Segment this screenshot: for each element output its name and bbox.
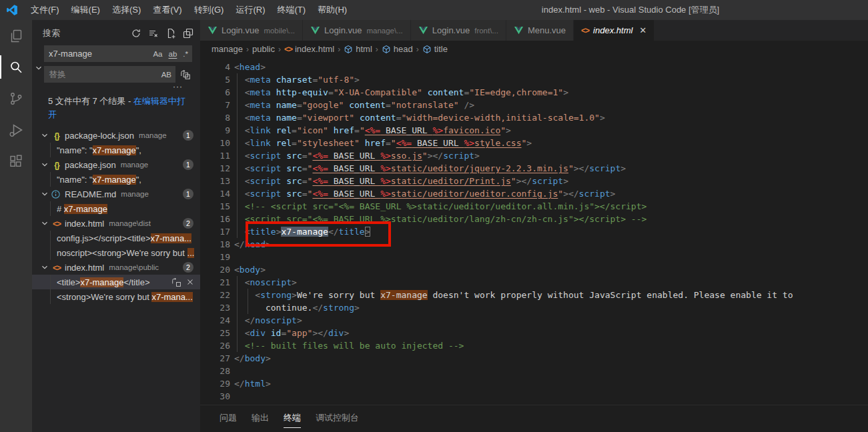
panel-tab-问题[interactable]: 问题 — [212, 405, 244, 432]
line-number: 18 — [200, 238, 230, 251]
code-line[interactable]: 22 <strong>We're sorry but x7-manage doe… — [200, 289, 868, 301]
toggle-replace-button[interactable] — [33, 45, 44, 91]
menu-item[interactable]: 帮助(H) — [312, 0, 353, 20]
match-text: # x7-manage — [57, 204, 200, 214]
breadcrumb-item[interactable]: manage — [211, 44, 243, 54]
breadcrumb-item[interactable]: public — [252, 44, 275, 54]
result-file-name: index.html — [65, 219, 104, 229]
editor-tab-login-vue[interactable]: Login.vuefront\... — [411, 20, 506, 41]
code-line[interactable]: 11 <script src="<%= BASE_URL %>sso.js"><… — [200, 149, 868, 162]
panel-tab-终端[interactable]: 终端 — [276, 405, 308, 432]
match-case-toggle[interactable]: Aa — [151, 49, 163, 59]
dismiss-match-button[interactable] — [185, 277, 195, 287]
editor-tab-login-vue[interactable]: Login.vuemanage\... — [303, 20, 411, 41]
replace-match-button[interactable] — [171, 277, 181, 287]
code-line[interactable]: 4<head> — [200, 61, 868, 73]
open-in-editor-button[interactable] — [181, 27, 195, 40]
code-line[interactable]: 28 — [200, 365, 868, 377]
editor-tab-login-vue[interactable]: Login.vuemobile\... — [200, 20, 303, 41]
code-line[interactable]: 27</body> — [200, 352, 868, 365]
code-line[interactable]: 26 <!-- built files will be auto injecte… — [200, 339, 868, 352]
result-file-row[interactable]: <>index.htmlmanage\dist2 — [32, 216, 200, 231]
panel-tab-调试控制台[interactable]: 调试控制台 — [308, 405, 366, 432]
code-line[interactable]: 5 <meta charset="utf-8"> — [200, 73, 868, 86]
activity-item-explorer[interactable] — [0, 20, 32, 51]
result-match-row[interactable]: # x7-manage — [32, 201, 200, 216]
result-file-row[interactable]: {}package.jsonmanage1 — [32, 157, 200, 172]
replace-all-button[interactable] — [179, 68, 192, 81]
breadcrumb-item[interactable]: html — [344, 44, 372, 54]
menu-item[interactable]: 转到(G) — [188, 0, 230, 20]
line-number: 5 — [200, 73, 230, 86]
code-line[interactable]: 10 <link rel="stylesheet" href="<%= BASE… — [200, 137, 868, 149]
breadcrumb-item[interactable]: head — [382, 44, 413, 54]
activity-item-search[interactable] — [0, 51, 32, 83]
result-file-row[interactable]: {}package-lock.jsonmanage1 — [32, 128, 200, 143]
activity-item-run-debug[interactable] — [0, 114, 32, 145]
regex-toggle[interactable]: .* — [181, 49, 189, 59]
new-search-editor-button[interactable] — [164, 27, 177, 40]
breadcrumb-item[interactable]: <>index.html — [284, 44, 334, 54]
breadcrumb-label: html — [356, 44, 372, 54]
result-match-row[interactable]: config.js></script><title>x7-mana... — [32, 231, 200, 245]
editor-tab-menu-vue[interactable]: Menu.vue — [506, 20, 574, 41]
menu-item[interactable]: 运行(R) — [230, 0, 271, 20]
panel-tab-输出[interactable]: 输出 — [244, 405, 276, 432]
result-match-row[interactable]: "name": "x7-manage", — [32, 172, 200, 187]
menu-item[interactable]: 文件(F) — [25, 0, 65, 20]
code-text: <body> — [234, 263, 266, 276]
code-line[interactable]: 20<body> — [200, 263, 868, 276]
match-text: "name": "x7-manage", — [57, 145, 200, 155]
breadcrumb-item[interactable]: title — [422, 44, 448, 54]
result-file-row[interactable]: <>index.htmlmanage\public2 — [32, 260, 200, 275]
more-actions-button[interactable]: ··· — [44, 84, 192, 91]
refresh-button[interactable] — [129, 27, 143, 40]
code-line[interactable]: 23 continue.</strong> — [200, 301, 868, 314]
line-number: 7 — [200, 99, 230, 111]
result-match-row[interactable]: <strong>We're sorry but x7-mana... — [32, 289, 200, 304]
refresh-icon — [131, 28, 141, 39]
code-editor[interactable]: 4<head>5 <meta charset="utf-8">6 <meta h… — [200, 57, 868, 405]
preserve-case-toggle[interactable]: AB — [160, 70, 173, 79]
code-line[interactable]: 15 <!-- <script src="<%= BASE_URL %>stat… — [200, 200, 868, 213]
editor-tab-index-html[interactable]: <>index.html✕ — [574, 20, 655, 41]
result-match-row[interactable]: <title>x7-manage</title> — [32, 275, 200, 289]
code-line[interactable]: 30 — [200, 390, 868, 403]
menu-item[interactable]: 终端(T) — [271, 0, 312, 20]
code-line[interactable]: 12 <script src="<%= BASE_URL %>static/ue… — [200, 162, 868, 175]
close-icon[interactable]: ✕ — [639, 26, 646, 35]
code-line[interactable]: 24 </noscript> — [200, 314, 868, 327]
tab-label: Login.vue — [432, 25, 470, 35]
chevron-down-icon[interactable] — [40, 263, 51, 272]
activity-item-extensions[interactable] — [0, 145, 32, 177]
menu-item[interactable]: 选择(S) — [106, 0, 147, 20]
result-match-row[interactable]: "name": "x7-manage", — [32, 143, 200, 157]
code-line[interactable]: 14 <script src="<%= BASE_URL %>static/ue… — [200, 187, 868, 200]
menu-item[interactable]: 查看(V) — [147, 0, 187, 20]
chevron-down-icon[interactable] — [40, 131, 51, 140]
code-line[interactable]: 9 <link rel="icon" href="<%= BASE_URL %>… — [200, 124, 868, 137]
indent-guide — [248, 289, 248, 314]
code-line[interactable]: 21 <noscript> — [200, 276, 868, 289]
code-line[interactable]: 13 <script src="<%= BASE_URL %>static/ue… — [200, 175, 868, 187]
chevron-down-icon[interactable] — [40, 160, 51, 169]
code-line[interactable]: 6 <meta http-equiv="X-UA-Compatible" con… — [200, 86, 868, 99]
code-line[interactable]: 29</html> — [200, 377, 868, 390]
line-number: 11 — [200, 149, 230, 162]
code-line[interactable]: 7 <meta name="google" content="notransla… — [200, 99, 868, 111]
chevron-down-icon[interactable] — [40, 189, 51, 199]
menu-item[interactable]: 编辑(E) — [65, 0, 106, 20]
result-match-row[interactable]: noscript><strong>We're sorry but ... — [32, 245, 200, 260]
whole-word-toggle[interactable]: ab — [167, 49, 179, 59]
result-file-row[interactable]: README.mdmanage1 — [32, 187, 200, 201]
replace-input[interactable] — [44, 66, 175, 83]
chevron-down-icon[interactable] — [40, 219, 51, 228]
activity-item-source-control[interactable] — [0, 83, 32, 114]
replace-options: AB — [160, 66, 173, 83]
json-file-icon: {} — [54, 161, 59, 170]
code-line[interactable]: 8 <meta name="viewport" content="width=d… — [200, 111, 868, 124]
code-line[interactable]: 19 — [200, 251, 868, 263]
line-number: 10 — [200, 137, 230, 149]
clear-results-button[interactable] — [147, 27, 160, 40]
code-line[interactable]: 25 <div id="app"></div> — [200, 327, 868, 339]
